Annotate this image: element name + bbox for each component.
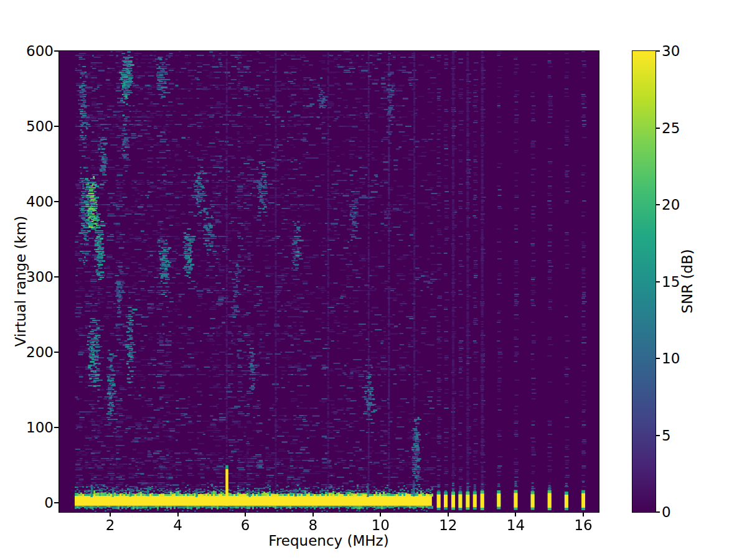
ionogram-figure: IRF Uppsala SDR Ionosonde UP158 2025-10-… [0, 0, 747, 560]
colorbar-tick-label: 10 [662, 350, 699, 366]
colorbar-tick-label: 15 [662, 274, 699, 290]
x-tick-mark [177, 513, 179, 516]
y-tick-mark [54, 126, 59, 127]
colorbar-tick-label: 20 [662, 197, 699, 213]
x-tick-label: 8 [288, 517, 338, 533]
x-tick-label: 2 [85, 517, 135, 533]
y-tick-mark [54, 276, 59, 278]
y-tick-label: 200 [0, 344, 54, 360]
y-tick-label: 600 [0, 43, 54, 59]
x-tick-mark [110, 513, 111, 516]
x-tick-label: 16 [558, 517, 608, 533]
colorbar-tick-mark [656, 358, 660, 359]
y-tick-mark [54, 201, 59, 202]
colorbar-tick-label: 25 [662, 120, 699, 136]
y-tick-label: 500 [0, 118, 54, 134]
y-tick-label: 300 [0, 269, 54, 285]
x-tick-mark [583, 513, 584, 516]
colorbar-tick-label: 5 [662, 427, 699, 444]
x-tick-label: 12 [423, 517, 473, 533]
colorbar-tick-mark [656, 128, 660, 129]
colorbar-tick-mark [656, 50, 660, 52]
colorbar-gradient [632, 51, 655, 512]
ionogram-heatmap [59, 51, 599, 512]
colorbar-tick-mark [656, 511, 660, 513]
colorbar-tick-mark [656, 281, 660, 282]
x-tick-label: 10 [355, 517, 405, 533]
colorbar-tick-mark [656, 204, 660, 205]
x-axis-label: Frequency (MHz) [235, 533, 422, 549]
colorbar-tick-label: 0 [662, 504, 699, 520]
x-tick-mark [312, 513, 314, 516]
x-tick-mark [245, 513, 246, 516]
y-tick-label: 400 [0, 194, 54, 210]
x-tick-label: 6 [220, 517, 270, 533]
y-tick-mark [54, 50, 59, 52]
x-tick-mark [448, 513, 449, 516]
x-tick-mark [515, 513, 516, 516]
y-tick-label: 0 [0, 495, 54, 511]
x-tick-mark [380, 513, 381, 516]
colorbar-tick-label: 30 [662, 43, 699, 59]
y-tick-label: 100 [0, 419, 54, 436]
y-tick-mark [54, 352, 59, 353]
y-tick-mark [54, 427, 59, 428]
colorbar-tick-mark [656, 435, 660, 436]
x-tick-label: 14 [491, 517, 540, 533]
y-tick-mark [54, 502, 59, 503]
x-tick-label: 4 [153, 517, 203, 533]
